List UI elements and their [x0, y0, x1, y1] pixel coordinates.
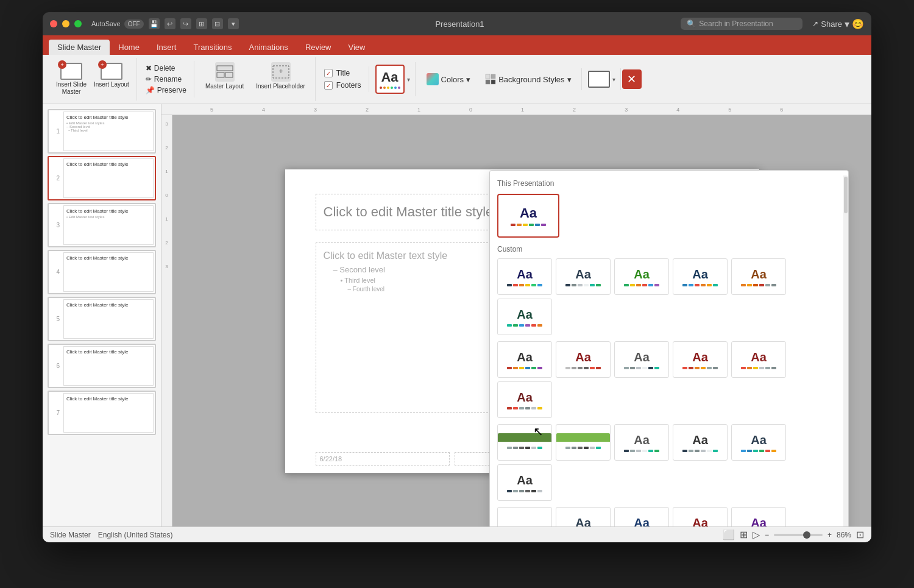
slide-number-4: 4 [50, 269, 60, 275]
rename-icon: ✏ [146, 75, 152, 83]
slide-thumb-2[interactable]: 2 Click to edit Master title style [48, 156, 156, 200]
zoom-slider[interactable] [774, 534, 823, 536]
theme-item-r3-1[interactable] [497, 424, 552, 461]
share-chevron-icon: ▾ [845, 18, 849, 30]
theme-item-r1-3[interactable]: Aa [614, 258, 669, 295]
theme-item-r2-3[interactable]: Aa [614, 341, 669, 378]
share-button[interactable]: Share [821, 19, 842, 29]
slide-thumb-3[interactable]: 3 Click to edit Master title style • Edi… [48, 203, 156, 247]
grid-view-icon[interactable]: ⊞ [740, 529, 748, 540]
svg-rect-7 [486, 80, 490, 84]
theme-item-r3-2[interactable] [556, 424, 611, 461]
delete-button[interactable]: ✖ Delete [143, 63, 189, 73]
background-styles-label: Background Styles [498, 75, 564, 84]
search-placeholder: Search in Presentation [699, 19, 773, 28]
svg-rect-5 [486, 74, 490, 79]
theme-item-r3-5[interactable]: Aa [731, 424, 786, 461]
normal-view-icon[interactable]: ⬜ [723, 529, 735, 540]
maximize-button[interactable] [74, 20, 82, 27]
tab-view[interactable]: View [340, 40, 374, 55]
slide-preview-7: Click to edit Master title style [63, 393, 154, 433]
redo-icon[interactable]: ↪ [180, 18, 191, 29]
statusbar: Slide Master English (United States) ⬜ ⊞… [43, 526, 871, 542]
theme-item-r1-6[interactable]: Aa [497, 299, 552, 335]
fonts-button[interactable]: Aa [375, 65, 405, 94]
zoom-plus-icon[interactable]: + [827, 531, 832, 539]
save-icon[interactable]: 💾 [149, 18, 160, 29]
layout-icon[interactable]: ⊟ [212, 18, 223, 29]
theme-item-r1-4[interactable]: Aa [673, 258, 728, 295]
theme-current[interactable]: Aa [501, 197, 556, 234]
tab-review[interactable]: Review [297, 40, 340, 55]
footers-checkbox[interactable]: Footers [324, 81, 361, 90]
title-checkbox-label: Title [336, 69, 350, 77]
master-layout-button[interactable]: Master Layout [200, 60, 249, 93]
close-master-button[interactable]: ✕ [622, 69, 642, 89]
slide-thumb-7[interactable]: 7 Click to edit Master title style [48, 391, 156, 435]
theme-item-r3-3[interactable]: Aa [614, 424, 669, 461]
theme-item-r4-1[interactable] [497, 507, 552, 526]
close-button[interactable] [50, 20, 57, 27]
svg-text:+: + [278, 67, 283, 76]
fit-to-window-icon[interactable]: ⊡ [856, 529, 864, 540]
rename-button[interactable]: ✏ Rename [143, 74, 189, 84]
dropdown-scrollbar[interactable] [843, 175, 848, 526]
theme-item-r4-2[interactable]: Aa [556, 507, 611, 526]
theme-item-r4-5[interactable]: Aa [731, 507, 786, 526]
title-checkbox-box[interactable] [324, 69, 333, 77]
canvas-area[interactable]: Click to edit Master title style Click t… [172, 115, 871, 526]
insert-placeholder-button[interactable]: + Insert Placeholder [251, 60, 310, 93]
slide-preview-4: Click to edit Master title style [63, 252, 154, 292]
undo-icon[interactable]: ↩ [165, 18, 175, 29]
theme-item-r2-4[interactable]: Aa [673, 341, 728, 378]
titlebar: AutoSave OFF 💾 ↩ ↪ ⊞ ⊟ ▾ Presentation1 🔍… [43, 12, 871, 35]
slide-thumb-1[interactable]: 1 Click to edit Master title style • Edi… [48, 109, 156, 154]
slide-thumb-4[interactable]: 4 Click to edit Master title style [48, 250, 156, 294]
insert-slide-master-label: Insert SlideMaster [56, 81, 87, 96]
theme-item-r3-6[interactable]: Aa [497, 464, 552, 501]
tab-transitions[interactable]: Transitions [185, 40, 240, 55]
theme-item-r4-3[interactable]: Aa [614, 507, 669, 526]
theme-grid-row1: Aa Aa [490, 256, 841, 338]
master-layout-label: Master Layout [205, 83, 244, 90]
tab-slide-master[interactable]: Slide Master [49, 40, 110, 55]
duplicate-icon[interactable]: ⊞ [196, 18, 207, 29]
search-icon: 🔍 [687, 19, 696, 28]
theme-item-r3-4[interactable]: Aa [673, 424, 728, 461]
preserve-button[interactable]: 📌 Preserve [143, 85, 189, 95]
theme-item-r2-5[interactable]: Aa [731, 341, 786, 378]
slide-thumb-6[interactable]: 6 Click to edit Master title style [48, 344, 156, 388]
theme-item-r1-5[interactable]: Aa [731, 258, 786, 295]
presenter-view-icon[interactable]: ▷ [753, 529, 760, 540]
theme-item-r2-2[interactable]: Aa [556, 341, 611, 378]
insert-slide-master-button[interactable]: + Insert SlideMaster [54, 60, 89, 98]
theme-item-r1-1[interactable]: Aa [497, 258, 552, 295]
footers-checkbox-box[interactable] [324, 81, 333, 90]
title-checkbox[interactable]: Title [324, 69, 361, 77]
theme-section-custom: Custom [490, 241, 841, 256]
insert-slide-master-group: + Insert SlideMaster + Insert Layout [49, 58, 137, 101]
ribbon-tabs: Slide Master Home Insert Transitions Ani… [43, 35, 871, 55]
background-styles-button[interactable]: Background Styles ▾ [480, 71, 576, 87]
tab-animations[interactable]: Animations [241, 40, 297, 55]
preserve-icon: 📌 [146, 86, 155, 94]
theme-item-r4-4[interactable]: Aa [673, 507, 728, 526]
minimize-button[interactable] [62, 20, 69, 27]
tab-home[interactable]: Home [110, 40, 148, 55]
ribbon: Slide Master Home Insert Transitions Ani… [43, 35, 871, 104]
theme-selected-item[interactable]: Aa [497, 194, 559, 238]
insert-layout-button[interactable]: + Insert Layout [91, 60, 132, 91]
tab-insert[interactable]: Insert [148, 40, 185, 55]
search-bar[interactable]: 🔍 Search in Presentation [681, 18, 802, 30]
autosave-toggle[interactable]: OFF [124, 19, 144, 29]
slide-thumb-5[interactable]: 5 Click to edit Master title style [48, 297, 156, 341]
theme-item-r2-1[interactable]: Aa [497, 341, 552, 378]
theme-item-r2-6[interactable]: Aa [497, 381, 552, 418]
zoom-minus-icon[interactable]: − [765, 531, 769, 539]
footers-checkbox-label: Footers [336, 81, 361, 90]
zoom-level[interactable]: 86% [837, 531, 851, 539]
more-icon[interactable]: ▾ [228, 18, 239, 29]
colors-button[interactable]: Colors ▾ [422, 71, 476, 88]
theme-item-r1-2[interactable]: Aa [556, 258, 611, 295]
theme-aa-label: Aa [520, 205, 537, 221]
